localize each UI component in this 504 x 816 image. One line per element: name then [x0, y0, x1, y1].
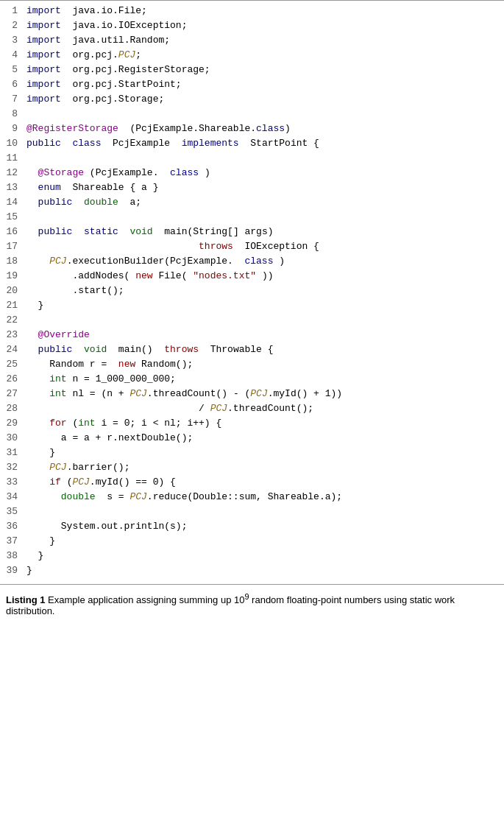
- code-line: 2import java.io.IOException;: [0, 20, 504, 35]
- plain-text: .myId() + 1)): [268, 388, 342, 399]
- line-content: enum Shareable { a }: [26, 182, 498, 193]
- plain-text: [26, 329, 38, 340]
- plain-text: PcjExample: [101, 138, 181, 149]
- keyword: public: [26, 138, 61, 149]
- code-line: 4import org.pcj.PCJ;: [0, 49, 504, 64]
- plain-text: [72, 197, 84, 208]
- keyword: class: [256, 123, 285, 134]
- plain-text: s =: [96, 491, 130, 502]
- line-content: .start();: [26, 285, 498, 296]
- line-content: }: [26, 550, 498, 561]
- line-number: 10: [6, 138, 26, 149]
- plain-text: main(String[] args): [153, 226, 274, 237]
- line-number: 31: [6, 447, 26, 458]
- plain-text: [26, 182, 38, 193]
- plain-text: Throwable {: [199, 344, 273, 355]
- line-content: PCJ.executionBuilder(PcjExample. class ): [26, 256, 498, 267]
- plain-text: System.out.println(s);: [26, 521, 187, 532]
- line-number: 15: [6, 211, 26, 222]
- type-keyword: double: [61, 491, 96, 502]
- keyword: import: [26, 94, 61, 105]
- line-number: 22: [6, 314, 26, 326]
- keyword2: if: [49, 476, 61, 488]
- code-line: 25 Random r = new Random();: [0, 359, 504, 373]
- line-number: 18: [6, 256, 26, 267]
- line-content: }: [26, 535, 498, 546]
- code-line: 34 double s = PCJ.reduce(Double::sum, Sh…: [0, 491, 504, 506]
- caption-text: Example application assigning summing up…: [45, 594, 244, 605]
- line-number: 36: [6, 521, 26, 532]
- plain-text: .start();: [26, 285, 124, 296]
- code-line: 36 System.out.println(s);: [0, 521, 504, 535]
- plain-text: [26, 462, 49, 473]
- plain-text: i = 0; i < nl; i++) {: [96, 418, 222, 429]
- line-content: System.out.println(s);: [26, 521, 498, 532]
- plain-text: }: [26, 300, 43, 311]
- plain-text: )): [256, 270, 273, 281]
- code-line: 29 for (int i = 0; i < nl; i++) {: [0, 418, 504, 432]
- plain-text: [26, 167, 38, 178]
- plain-text: Random r =: [26, 359, 118, 370]
- line-content: for (int i = 0; i < nl; i++) {: [26, 418, 498, 429]
- line-number: 11: [6, 152, 26, 163]
- line-number: 37: [6, 535, 26, 546]
- line-number: 24: [6, 344, 26, 355]
- plain-text: }: [26, 565, 32, 576]
- plain-text: .threadCount() - (: [147, 388, 250, 399]
- plain-text: }: [26, 535, 55, 546]
- code-line: 6import org.pcj.StartPoint;: [0, 79, 504, 94]
- line-number: 38: [6, 550, 26, 561]
- code-line: 35: [0, 506, 504, 521]
- keyword: public: [38, 197, 73, 208]
- line-number: 35: [6, 506, 26, 517]
- plain-text: .threadCount();: [227, 403, 313, 414]
- code-line: 12 @Storage (PcjExample. class ): [0, 167, 504, 182]
- plain-text: (PcjExample.Shareable.: [118, 123, 256, 134]
- line-number: 25: [6, 359, 26, 370]
- caption: Listing 1 Example application assigning …: [0, 585, 504, 622]
- code-line: 31 }: [0, 447, 504, 462]
- keyword: import: [26, 35, 61, 46]
- code-line: 38 }: [0, 550, 504, 565]
- plain-text: [26, 197, 38, 208]
- plain-text: org.pcj.RegisterStorage;: [61, 64, 210, 75]
- plain-text: [26, 241, 199, 252]
- string-literal: "nodes.txt": [193, 270, 256, 281]
- plain-text: [72, 344, 84, 355]
- code-line: 28 / PCJ.threadCount();: [0, 403, 504, 418]
- keyword: public: [38, 226, 73, 237]
- plain-text: ): [273, 256, 285, 267]
- line-content: a = a + r.nextDouble();: [26, 432, 498, 443]
- line-content: import java.io.File;: [26, 5, 498, 16]
- plain-text: [26, 256, 49, 267]
- keyword2: for: [49, 418, 66, 429]
- line-content: import org.pcj.PCJ;: [26, 49, 498, 60]
- line-number: 4: [6, 49, 26, 60]
- line-content: @RegisterStorage (PcjExample.Shareable.c…: [26, 123, 498, 134]
- plain-text: ): [199, 167, 210, 178]
- line-number: 26: [6, 373, 26, 384]
- keyword: class: [244, 256, 273, 267]
- keyword: class: [170, 167, 199, 178]
- pcj-identifier: PCJ: [210, 403, 227, 414]
- keyword: public: [38, 344, 73, 355]
- line-content: import java.io.IOException;: [26, 20, 498, 31]
- line-content: Random r = new Random();: [26, 359, 498, 370]
- line-content: }: [26, 565, 498, 576]
- plain-text: n = 1_000_000_000;: [67, 373, 176, 384]
- line-content: @Storage (PcjExample. class ): [26, 167, 498, 178]
- plain-text: java.util.Random;: [61, 35, 170, 46]
- keyword2: throws: [199, 241, 233, 252]
- code-line: 7import org.pcj.Storage;: [0, 94, 504, 108]
- keyword2: new: [118, 359, 135, 370]
- line-content: import org.pcj.Storage;: [26, 94, 498, 105]
- plain-text: .myId() == 0) {: [90, 476, 176, 488]
- code-line: 30 a = a + r.nextDouble();: [0, 432, 504, 447]
- plain-text: Shareable { a }: [61, 182, 159, 193]
- code-line: 14 public double a;: [0, 197, 504, 211]
- line-number: 16: [6, 226, 26, 237]
- plain-text: a = a + r.nextDouble();: [26, 432, 193, 443]
- code-line: 18 PCJ.executionBuilder(PcjExample. clas…: [0, 256, 504, 270]
- code-line: 33 if (PCJ.myId() == 0) {: [0, 476, 504, 491]
- pcj-identifier: PCJ: [250, 388, 267, 399]
